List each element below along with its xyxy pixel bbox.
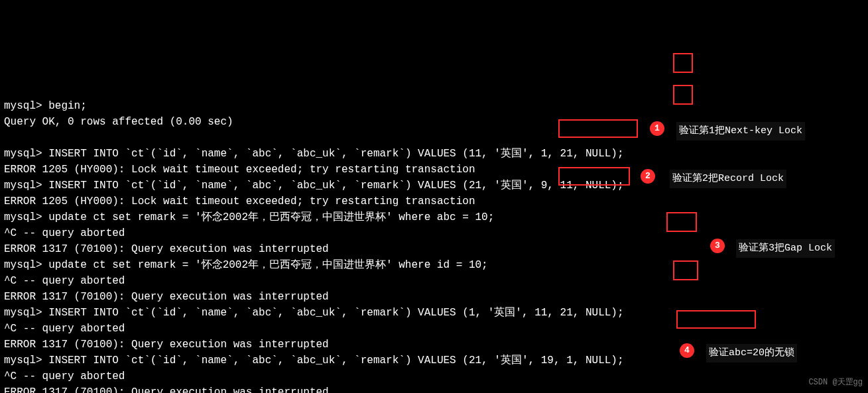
line: ERROR 1205 (HY000): Lock wait timeout ex… <box>4 164 475 176</box>
line: ERROR 1317 (70100): Query execution was … <box>4 291 329 303</box>
line: mysql> update ct set remark = '怀念2002年，巴… <box>4 211 494 223</box>
line: mysql> begin; <box>4 100 87 112</box>
line: mysql> INSERT INTO `ct`(`id`, `name`, `a… <box>4 355 624 366</box>
line: mysql> INSERT INTO `ct`(`id`, `name`, `a… <box>4 307 624 319</box>
line: mysql> update ct set remark = '怀念2002年，巴… <box>4 259 488 271</box>
annotation-4: 验证abc=20的无锁 <box>706 344 797 363</box>
badge-4: 4 <box>680 343 694 358</box>
annotation-2: 验证第2把Record Lock <box>670 170 786 188</box>
watermark: CSDN @天罡gg <box>808 374 863 390</box>
highlight-box-value-1 <box>673 53 693 73</box>
line: mysql> INSERT INTO `ct`(`id`, `name`, `a… <box>4 148 624 160</box>
badge-2: 2 <box>641 169 655 184</box>
line: ERROR 1317 (70100): Query execution was … <box>4 243 329 255</box>
line: mysql> INSERT INTO `ct`(`id`, `name`, `a… <box>4 180 624 192</box>
annotation-1: 验证第1把Next-key Lock <box>676 122 805 140</box>
line: Query OK, 0 rows affected (0.00 sec) <box>4 116 233 128</box>
badge-3: 3 <box>710 239 725 253</box>
line: ^C -- query aborted <box>4 275 125 287</box>
line: ERROR 1317 (70100): Query execution was … <box>4 386 329 393</box>
line: ^C -- query aborted <box>4 370 125 382</box>
line: ^C -- query aborted <box>4 323 125 335</box>
line: ERROR 1205 (HY000): Lock wait timeout ex… <box>4 196 475 207</box>
line: ^C -- query aborted <box>4 227 125 239</box>
badge-1: 1 <box>650 121 664 136</box>
line: ERROR 1317 (70100): Query execution was … <box>4 339 329 351</box>
annotation-3: 验证第3把Gap Lock <box>736 239 835 258</box>
